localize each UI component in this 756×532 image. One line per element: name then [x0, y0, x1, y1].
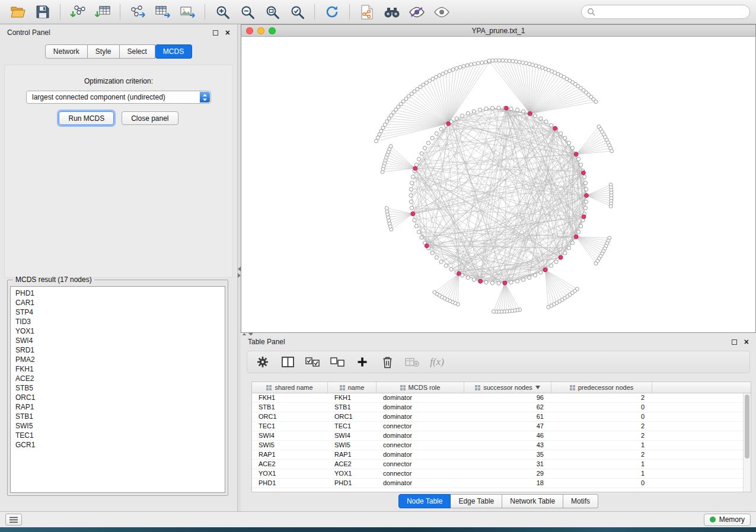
mcds-result-item[interactable]: TEC1: [15, 431, 220, 440]
table-scrollbar-thumb[interactable]: [745, 395, 749, 459]
table-row[interactable]: FKH1FKH1dominator962: [252, 393, 743, 403]
tab-network-table[interactable]: Network Table: [502, 494, 563, 508]
mcds-result-item[interactable]: ORC1: [15, 393, 220, 402]
column-header-shared-name[interactable]: shared name: [252, 382, 328, 393]
search-input[interactable]: [599, 8, 744, 16]
zoom-out-button[interactable]: [235, 2, 259, 22]
mcds-result-item[interactable]: SWI4: [15, 336, 220, 345]
table-row[interactable]: PHD1PHD1dominator180: [252, 479, 743, 488]
mcds-result-item[interactable]: PHD1: [15, 289, 220, 298]
table-cell: RAP1: [328, 450, 377, 459]
export-table-button[interactable]: [151, 2, 174, 22]
optimization-criterion-select[interactable]: largest connected component (undirected): [26, 91, 211, 104]
column-header-name[interactable]: name: [328, 382, 377, 393]
column-type-icon: [340, 385, 345, 390]
close-window-icon[interactable]: [246, 27, 253, 34]
table-cell: 2: [551, 431, 652, 440]
tab-motifs[interactable]: Motifs: [563, 494, 598, 508]
tab-style[interactable]: Style: [88, 44, 120, 59]
close-panel-button[interactable]: Close panel: [122, 111, 178, 125]
zoom-in-button[interactable]: [210, 2, 234, 22]
show-all-button[interactable]: [430, 2, 454, 22]
deselect-all-button[interactable]: [330, 354, 344, 370]
table-cell: 2: [551, 422, 652, 431]
mcds-tab-page: Optimization criterion: largest connecte…: [4, 65, 233, 278]
tab-mcds[interactable]: MCDS: [155, 44, 192, 59]
mcds-result-item[interactable]: STB1: [15, 412, 220, 421]
table-cell: dominator: [377, 431, 464, 440]
mcds-result-item[interactable]: SWI5: [15, 421, 220, 431]
tab-network[interactable]: Network: [45, 44, 88, 59]
run-mcds-button[interactable]: Run MCDS: [59, 111, 114, 125]
table-cell: ACE2: [252, 460, 328, 469]
table-cell: 18: [464, 479, 551, 488]
column-header-MCDS-role[interactable]: MCDS role: [377, 382, 464, 393]
mcds-result-item[interactable]: RAP1: [15, 402, 220, 412]
mcds-result-item[interactable]: ACE2: [15, 374, 220, 383]
table-row[interactable]: ORC1ORC1dominator610: [252, 412, 743, 422]
mcds-result-item[interactable]: YOX1: [15, 326, 220, 336]
close-table-panel-icon[interactable]: ×: [744, 339, 749, 345]
table-settings-button[interactable]: [256, 354, 270, 370]
float-table-panel-icon[interactable]: [732, 339, 737, 345]
maximize-window-icon[interactable]: [269, 27, 276, 34]
table-row[interactable]: YOX1YOX1connector291: [252, 469, 743, 479]
search-box[interactable]: [581, 5, 750, 19]
import-network-button[interactable]: [66, 2, 90, 22]
mcds-result-list[interactable]: PHD1CAR1STP4TID3YOX1SWI4SRD1PMA2FKH1ACE2…: [10, 286, 225, 493]
mcds-result-item[interactable]: STP4: [15, 307, 220, 317]
table-cell: RAP1: [252, 450, 328, 459]
tab-node-table[interactable]: Node Table: [398, 494, 451, 508]
memory-button[interactable]: Memory: [704, 514, 751, 526]
save-session-button[interactable]: [31, 2, 55, 22]
float-panel-icon[interactable]: [213, 30, 218, 36]
table-cell: connector: [377, 460, 464, 469]
table-row[interactable]: SWI4SWI4dominator462: [252, 431, 743, 441]
import-table-button[interactable]: [91, 2, 114, 22]
tab-edge-table[interactable]: Edge Table: [451, 494, 502, 508]
mcds-result-item[interactable]: SRD1: [15, 345, 220, 355]
close-panel-icon[interactable]: ×: [225, 30, 230, 36]
export-network-button[interactable]: [126, 2, 149, 22]
table-cell: FKH1: [252, 393, 328, 402]
hide-selected-button[interactable]: [405, 2, 429, 22]
tab-select[interactable]: Select: [120, 44, 155, 59]
export-image-button[interactable]: [176, 2, 199, 22]
table-scrollbar[interactable]: [743, 393, 751, 492]
table-cell: SWI5: [328, 441, 377, 450]
mcds-result-item[interactable]: GCR1: [15, 440, 220, 450]
column-header-filler: [652, 382, 751, 393]
table-row[interactable]: SWI5SWI5connector431: [252, 441, 743, 450]
table-row[interactable]: RAP1RAP1dominator352: [252, 450, 743, 460]
mcds-result-item[interactable]: FKH1: [15, 364, 220, 374]
zoom-fit-button[interactable]: [260, 2, 284, 22]
table-cell: connector: [377, 422, 464, 431]
table-cell: dominator: [377, 412, 464, 421]
mcds-result-group: MCDS result (17 nodes) PHD1CAR1STP4TID3Y…: [7, 275, 228, 496]
refresh-view-button[interactable]: [320, 2, 344, 22]
network-canvas[interactable]: [241, 37, 755, 332]
open-session-button[interactable]: [6, 2, 30, 22]
show-columns-button[interactable]: [280, 354, 295, 370]
mcds-result-item[interactable]: PMA2: [15, 355, 220, 364]
mcds-result-item[interactable]: CAR1: [15, 298, 220, 307]
panel-menu-button[interactable]: [5, 514, 22, 525]
zoom-selected-button[interactable]: [285, 2, 309, 22]
table-cell: ACE2: [328, 460, 377, 469]
table-row[interactable]: TEC1TEC1connector472: [252, 422, 743, 431]
zoom-fit-icon: [265, 5, 280, 20]
share-document-button[interactable]: [355, 2, 379, 22]
select-all-button[interactable]: [305, 354, 320, 370]
column-header-predecessor-nodes[interactable]: predecessor nodes: [551, 382, 652, 393]
table-cell: 29: [464, 469, 551, 478]
find-button[interactable]: [380, 2, 404, 22]
table-row[interactable]: ACE2ACE2connector311: [252, 460, 743, 469]
add-column-button[interactable]: [355, 354, 369, 370]
minimize-window-icon[interactable]: [257, 27, 264, 34]
table-row[interactable]: STB1STB1dominator620: [252, 403, 743, 412]
mcds-result-item[interactable]: TID3: [15, 317, 220, 326]
column-header-successor-nodes[interactable]: successor nodes: [464, 382, 551, 393]
mcds-result-item[interactable]: STB5: [15, 383, 220, 393]
delete-column-button[interactable]: [380, 354, 394, 370]
export-image-icon: [180, 5, 196, 19]
